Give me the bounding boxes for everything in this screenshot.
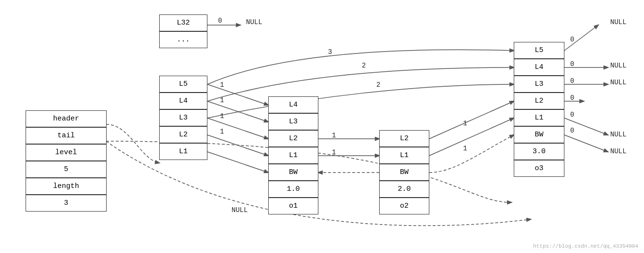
header-cell-length-val: 3: [26, 195, 107, 212]
null-col4-L3: NULL: [610, 79, 627, 86]
col4-L1: L1: [514, 109, 564, 126]
arrow-label-0-col4-L2: 0: [570, 94, 574, 102]
col2-score: 1.0: [268, 181, 318, 198]
null-col2-bottom: NULL: [232, 206, 248, 214]
svg-line-4: [207, 135, 268, 156]
arrow-label-1-col2L2: 1: [332, 132, 336, 139]
level-val: 5: [64, 165, 68, 173]
header-cell-level-val: 5: [26, 161, 107, 178]
col4-score: 3.0: [514, 143, 564, 160]
col4-L2: L2: [514, 93, 564, 109]
arrow-label-0-top: 0: [218, 17, 222, 25]
col3-L1: L1: [379, 147, 429, 164]
null-col1-top: NULL: [246, 18, 262, 26]
arrow-label-1-col3L1: 1: [463, 145, 467, 152]
col1-L2: L2: [159, 126, 207, 143]
col3-score: 2.0: [379, 181, 429, 198]
col2-L1: L1: [268, 147, 318, 164]
header-cell-tail: tail: [26, 127, 107, 144]
arrow-label-0-col4-BW: 0: [570, 127, 574, 134]
arrow-label-1-col2L1: 1: [332, 148, 336, 156]
svg-line-11: [564, 25, 598, 51]
svg-line-5: [207, 152, 268, 173]
arrow-label-0-col4-L3: 0: [570, 77, 574, 85]
arrow-label-1-L3: 1: [220, 112, 224, 120]
length-label: length: [53, 182, 79, 190]
svg-line-3: [207, 118, 268, 139]
arrow-label-1-L5: 1: [220, 81, 224, 89]
arrow-label-1-L2: 1: [220, 128, 224, 135]
null-col4-top: NULL: [610, 18, 627, 26]
header-cell-length: length: [26, 178, 107, 195]
svg-line-10: [429, 118, 514, 156]
col4-obj: o3: [514, 160, 564, 177]
col2-obj: o1: [268, 198, 318, 214]
header-cell-level: level: [26, 144, 107, 161]
arrow-label-1-col3L2: 1: [463, 120, 467, 127]
col1-L1: L1: [159, 143, 207, 160]
watermark: https://blog.csdn.net/qq_43354004: [533, 243, 638, 249]
level-label: level: [55, 148, 77, 157]
col3-L2: L2: [379, 130, 429, 147]
col1-L5: L5: [159, 76, 207, 93]
arrow-label-0-col4-L5: 0: [570, 36, 574, 43]
arrow-label-0-col4-L4: 0: [570, 60, 574, 68]
arrow-label-0-col4-L1: 0: [570, 111, 574, 119]
null-col4-bw: NULL: [610, 147, 627, 155]
svg-line-9: [429, 101, 514, 139]
arrow-label-3: 3: [328, 48, 332, 56]
header-label: header: [53, 115, 79, 123]
col2-L4: L4: [268, 96, 318, 113]
svg-line-1: [207, 84, 268, 105]
col4-L4: L4: [514, 59, 564, 76]
col2-BW: BW: [268, 164, 318, 181]
arrow-label-2-bot: 2: [376, 81, 380, 89]
header-cell-header: header: [26, 110, 107, 127]
svg-line-2: [207, 101, 268, 122]
col4-L3: L3: [514, 76, 564, 93]
arrow-label-1-L4: 1: [220, 96, 224, 104]
col1-L32: L32: [159, 14, 207, 31]
null-col4-L1: NULL: [610, 131, 627, 138]
col2-L2: L2: [268, 130, 318, 147]
col4-BW: BW: [514, 126, 564, 143]
col1-L4: L4: [159, 93, 207, 109]
col3-obj: o2: [379, 198, 429, 214]
svg-line-16: [564, 135, 608, 152]
arrow-label-2-top: 2: [362, 62, 366, 69]
col4-L5: L5: [514, 42, 564, 59]
col1-L3: L3: [159, 109, 207, 126]
tail-label: tail: [57, 132, 75, 140]
col3-BW: BW: [379, 164, 429, 181]
length-val: 3: [64, 199, 68, 207]
null-col4-L4: NULL: [610, 62, 627, 69]
col1-dots: ...: [159, 31, 207, 48]
col2-L3: L3: [268, 113, 318, 130]
